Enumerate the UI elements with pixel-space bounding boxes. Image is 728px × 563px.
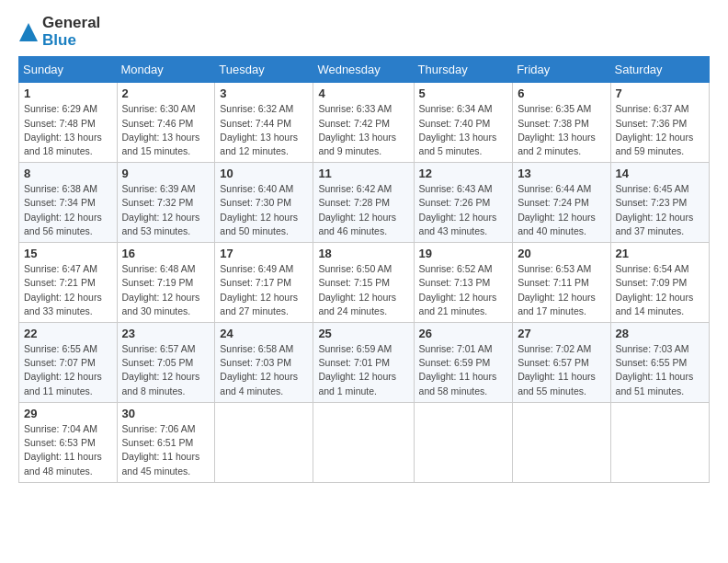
calendar-cell: 21Sunrise: 6:54 AMSunset: 7:09 PMDayligh… bbox=[610, 243, 709, 323]
day-number: 9 bbox=[122, 167, 210, 180]
calendar-cell: 22Sunrise: 6:55 AMSunset: 7:07 PMDayligh… bbox=[19, 323, 118, 403]
day-info: Sunrise: 6:32 AMSunset: 7:44 PMDaylight:… bbox=[220, 102, 308, 158]
day-number: 1 bbox=[24, 86, 112, 100]
calendar-cell: 25Sunrise: 6:59 AMSunset: 7:01 PMDayligh… bbox=[313, 323, 414, 403]
calendar-table: SundayMondayTuesdayWednesdayThursdayFrid… bbox=[18, 56, 710, 482]
day-number: 10 bbox=[220, 167, 308, 180]
day-number: 11 bbox=[318, 167, 408, 180]
day-info: Sunrise: 6:47 AMSunset: 7:21 PMDaylight:… bbox=[24, 262, 112, 318]
calendar-cell bbox=[414, 402, 513, 482]
day-info: Sunrise: 6:34 AMSunset: 7:40 PMDaylight:… bbox=[419, 102, 508, 158]
day-info: Sunrise: 6:35 AMSunset: 7:38 PMDaylight:… bbox=[518, 102, 605, 158]
day-info: Sunrise: 6:52 AMSunset: 7:13 PMDaylight:… bbox=[419, 262, 508, 318]
page-header: General Blue bbox=[18, 15, 710, 49]
day-info: Sunrise: 7:03 AMSunset: 6:55 PMDaylight:… bbox=[616, 342, 704, 398]
day-info: Sunrise: 6:40 AMSunset: 7:30 PMDaylight:… bbox=[220, 182, 308, 238]
day-number: 14 bbox=[616, 167, 704, 180]
calendar-page: General Blue SundayMondayTuesdayWednesda… bbox=[0, 0, 728, 498]
day-info: Sunrise: 6:45 AMSunset: 7:23 PMDaylight:… bbox=[616, 182, 704, 238]
day-info: Sunrise: 6:38 AMSunset: 7:34 PMDaylight:… bbox=[24, 182, 112, 238]
day-number: 2 bbox=[122, 86, 210, 100]
calendar-cell: 18Sunrise: 6:50 AMSunset: 7:15 PMDayligh… bbox=[313, 243, 414, 323]
calendar-cell: 20Sunrise: 6:53 AMSunset: 7:11 PMDayligh… bbox=[513, 243, 610, 323]
day-info: Sunrise: 7:06 AMSunset: 6:51 PMDaylight:… bbox=[122, 422, 210, 478]
day-number: 21 bbox=[616, 247, 704, 260]
day-info: Sunrise: 6:57 AMSunset: 7:05 PMDaylight:… bbox=[122, 342, 210, 398]
calendar-cell: 28Sunrise: 7:03 AMSunset: 6:55 PMDayligh… bbox=[610, 323, 709, 403]
day-number: 6 bbox=[518, 86, 605, 100]
calendar-cell: 30Sunrise: 7:06 AMSunset: 6:51 PMDayligh… bbox=[117, 402, 215, 482]
logo-triangle-icon bbox=[18, 22, 39, 42]
calendar-cell: 24Sunrise: 6:58 AMSunset: 7:03 PMDayligh… bbox=[215, 323, 313, 403]
calendar-cell: 3Sunrise: 6:32 AMSunset: 7:44 PMDaylight… bbox=[215, 83, 313, 163]
day-number: 29 bbox=[24, 407, 112, 420]
day-number: 5 bbox=[419, 86, 508, 100]
day-number: 25 bbox=[318, 327, 408, 340]
calendar-cell: 13Sunrise: 6:44 AMSunset: 7:24 PMDayligh… bbox=[513, 163, 610, 243]
day-info: Sunrise: 6:37 AMSunset: 7:36 PMDaylight:… bbox=[616, 102, 704, 158]
day-number: 30 bbox=[122, 407, 210, 420]
logo: General Blue bbox=[18, 15, 100, 49]
col-header-sunday: Sunday bbox=[19, 57, 118, 83]
logo-svg: General Blue bbox=[18, 15, 100, 49]
day-info: Sunrise: 6:29 AMSunset: 7:48 PMDaylight:… bbox=[24, 102, 112, 158]
day-info: Sunrise: 6:53 AMSunset: 7:11 PMDaylight:… bbox=[518, 262, 605, 318]
calendar-cell: 19Sunrise: 6:52 AMSunset: 7:13 PMDayligh… bbox=[414, 243, 513, 323]
calendar-week-row: 8Sunrise: 6:38 AMSunset: 7:34 PMDaylight… bbox=[19, 163, 710, 243]
calendar-week-row: 29Sunrise: 7:04 AMSunset: 6:53 PMDayligh… bbox=[19, 402, 710, 482]
day-number: 23 bbox=[122, 327, 210, 340]
day-number: 17 bbox=[220, 247, 308, 260]
col-header-saturday: Saturday bbox=[610, 57, 709, 83]
calendar-cell: 7Sunrise: 6:37 AMSunset: 7:36 PMDaylight… bbox=[610, 83, 709, 163]
calendar-cell: 11Sunrise: 6:42 AMSunset: 7:28 PMDayligh… bbox=[313, 163, 414, 243]
day-number: 13 bbox=[518, 167, 605, 180]
day-info: Sunrise: 6:33 AMSunset: 7:42 PMDaylight:… bbox=[318, 102, 408, 158]
day-info: Sunrise: 7:04 AMSunset: 6:53 PMDaylight:… bbox=[24, 422, 112, 478]
day-number: 20 bbox=[518, 247, 605, 260]
day-info: Sunrise: 6:49 AMSunset: 7:17 PMDaylight:… bbox=[220, 262, 308, 318]
day-info: Sunrise: 6:48 AMSunset: 7:19 PMDaylight:… bbox=[122, 262, 210, 318]
calendar-cell: 15Sunrise: 6:47 AMSunset: 7:21 PMDayligh… bbox=[19, 243, 118, 323]
calendar-cell: 2Sunrise: 6:30 AMSunset: 7:46 PMDaylight… bbox=[117, 83, 215, 163]
logo-text: General Blue bbox=[42, 15, 100, 49]
col-header-monday: Monday bbox=[117, 57, 215, 83]
day-number: 26 bbox=[419, 327, 508, 340]
calendar-header-row: SundayMondayTuesdayWednesdayThursdayFrid… bbox=[19, 57, 710, 83]
calendar-cell: 27Sunrise: 7:02 AMSunset: 6:57 PMDayligh… bbox=[513, 323, 610, 403]
calendar-cell: 12Sunrise: 6:43 AMSunset: 7:26 PMDayligh… bbox=[414, 163, 513, 243]
calendar-cell: 9Sunrise: 6:39 AMSunset: 7:32 PMDaylight… bbox=[117, 163, 215, 243]
col-header-tuesday: Tuesday bbox=[215, 57, 313, 83]
day-number: 27 bbox=[518, 327, 605, 340]
day-number: 28 bbox=[616, 327, 704, 340]
day-info: Sunrise: 7:02 AMSunset: 6:57 PMDaylight:… bbox=[518, 342, 605, 398]
calendar-week-row: 1Sunrise: 6:29 AMSunset: 7:48 PMDaylight… bbox=[19, 83, 710, 163]
calendar-cell: 1Sunrise: 6:29 AMSunset: 7:48 PMDaylight… bbox=[19, 83, 118, 163]
day-number: 12 bbox=[419, 167, 508, 180]
day-info: Sunrise: 6:42 AMSunset: 7:28 PMDaylight:… bbox=[318, 182, 408, 238]
day-number: 15 bbox=[24, 247, 112, 260]
col-header-wednesday: Wednesday bbox=[313, 57, 414, 83]
day-number: 8 bbox=[24, 167, 112, 180]
calendar-cell: 17Sunrise: 6:49 AMSunset: 7:17 PMDayligh… bbox=[215, 243, 313, 323]
day-info: Sunrise: 6:39 AMSunset: 7:32 PMDaylight:… bbox=[122, 182, 210, 238]
day-info: Sunrise: 7:01 AMSunset: 6:59 PMDaylight:… bbox=[419, 342, 508, 398]
calendar-cell: 8Sunrise: 6:38 AMSunset: 7:34 PMDaylight… bbox=[19, 163, 118, 243]
calendar-cell: 26Sunrise: 7:01 AMSunset: 6:59 PMDayligh… bbox=[414, 323, 513, 403]
day-info: Sunrise: 6:54 AMSunset: 7:09 PMDaylight:… bbox=[616, 262, 704, 318]
calendar-cell bbox=[215, 402, 313, 482]
col-header-friday: Friday bbox=[513, 57, 610, 83]
calendar-cell: 6Sunrise: 6:35 AMSunset: 7:38 PMDaylight… bbox=[513, 83, 610, 163]
day-number: 24 bbox=[220, 327, 308, 340]
day-info: Sunrise: 6:43 AMSunset: 7:26 PMDaylight:… bbox=[419, 182, 508, 238]
day-info: Sunrise: 6:30 AMSunset: 7:46 PMDaylight:… bbox=[122, 102, 210, 158]
calendar-week-row: 22Sunrise: 6:55 AMSunset: 7:07 PMDayligh… bbox=[19, 323, 710, 403]
day-number: 4 bbox=[318, 86, 408, 100]
calendar-cell bbox=[513, 402, 610, 482]
day-number: 16 bbox=[122, 247, 210, 260]
svg-marker-0 bbox=[19, 23, 38, 41]
day-number: 22 bbox=[24, 327, 112, 340]
day-info: Sunrise: 6:55 AMSunset: 7:07 PMDaylight:… bbox=[24, 342, 112, 398]
col-header-thursday: Thursday bbox=[414, 57, 513, 83]
calendar-cell bbox=[313, 402, 414, 482]
day-number: 19 bbox=[419, 247, 508, 260]
